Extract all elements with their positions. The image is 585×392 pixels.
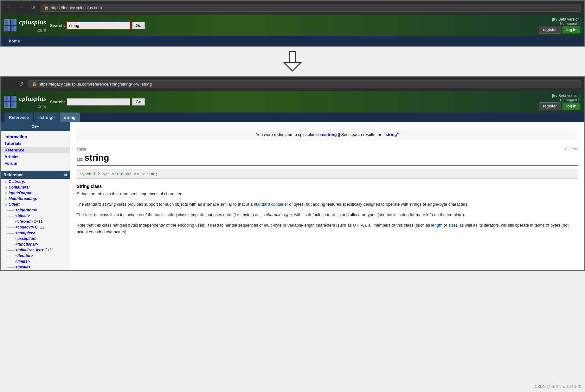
ref-chrono-link[interactable]: <chrono> (15, 219, 33, 224)
lock-icon-2: 🔒 (32, 82, 37, 86)
address-bar-2[interactable]: 🔒 https://legacy.cplusplus.com/reference… (29, 80, 581, 88)
link-standard-container[interactable]: standard container (254, 202, 288, 207)
expand-io[interactable]: ⊕ (5, 191, 7, 195)
ref-exception-link[interactable]: <exception> (15, 236, 37, 241)
main-content: You were redirected to cplusplus.com/str… (70, 122, 584, 270)
sidebar-item-forum[interactable]: Forum (1, 160, 70, 167)
browser-window-1: ← → ↺ 🔒 https://legacy.cplusplus.com cpl… (0, 0, 585, 47)
link-basic-string-1[interactable]: basic_string (155, 212, 177, 217)
logo-2[interactable]: cplusplus .com (4, 94, 46, 109)
logo-cubes-2 (4, 96, 16, 108)
para2: The standard string class provides suppo… (77, 201, 578, 208)
sidebar-header: C++ (1, 122, 70, 131)
sidebar-item-reference[interactable]: Reference (1, 147, 70, 153)
arrow-container (0, 47, 585, 76)
logo-com-1: .com (19, 28, 46, 33)
ref-codecvt-link[interactable]: <codecvt> (15, 225, 34, 229)
expand-other[interactable]: ⊖ (5, 203, 7, 206)
ref-locale-link[interactable]: <locale> (15, 265, 30, 269)
ref-containers-link[interactable]: Containers: (9, 185, 30, 190)
ref-bitset-link[interactable]: <bitset> (15, 214, 30, 218)
sidebar-item-information[interactable]: Information (1, 133, 70, 140)
login-button-1[interactable]: log in (562, 26, 581, 34)
cube-2 (11, 19, 16, 25)
reference-section-title: Reference (3, 172, 23, 177)
reference-icon[interactable]: ⧉ (64, 173, 67, 177)
ref-functional-link[interactable]: <functional> (15, 242, 38, 247)
logo-text-container-1: cplusplus .com (19, 18, 46, 33)
header-right-1: [try Beta version] Not logged in registe… (539, 17, 581, 34)
refresh-button-1[interactable]: ↺ (29, 3, 37, 12)
register-button-2[interactable]: register (539, 102, 561, 110)
header-right-2: [try Beta version] Not logged in registe… (539, 93, 581, 110)
try-beta-1[interactable]: [try Beta version] (539, 17, 581, 22)
register-button-1[interactable]: register (539, 26, 561, 34)
ref-c-library: ⊕ C library: (1, 179, 70, 184)
link-char-traits[interactable]: char_traits (321, 212, 341, 217)
ref-c-library-link[interactable]: C library: (9, 179, 25, 184)
search-input-1[interactable] (67, 22, 130, 29)
go-button-2[interactable]: Go (132, 98, 145, 106)
address-bar-1[interactable]: 🔒 https://legacy.cplusplus.com (41, 4, 581, 12)
ref-locale: —— <locale> (1, 264, 70, 270)
ref-limits: —— <limits> (1, 259, 70, 264)
ref-initializer-list-link[interactable]: <initializer_list> (15, 248, 44, 252)
class-title-block: class std::string (77, 147, 109, 165)
string-class-header: class std::string <string> (77, 147, 578, 165)
forward-button-1[interactable]: → (16, 3, 25, 12)
sidebar-item-tutorials[interactable]: Tutorials (1, 140, 70, 147)
search-area-2: Search: Go (50, 98, 145, 106)
redirect-link[interactable]: cplusplus.com/string (298, 132, 337, 137)
breadcrumb-reference[interactable]: Reference (4, 112, 33, 122)
code-string-2: string (85, 213, 99, 217)
down-arrow (284, 51, 301, 72)
try-beta-2[interactable]: [try Beta version] (539, 93, 581, 98)
code-string-1: string (102, 202, 116, 207)
ref-algorithm: —— <algorithm> (1, 207, 70, 213)
reference-section-header: Reference ⧉ (1, 171, 70, 179)
expand-containers[interactable]: ⊕ (5, 186, 7, 189)
expand-c-library[interactable]: ⊕ (5, 180, 7, 183)
expand-multithreading[interactable]: ⊕ (5, 197, 7, 201)
class-namespace: std:: (77, 157, 85, 162)
link-length[interactable]: length (431, 223, 442, 228)
ref-iterator-link[interactable]: <iterator> (15, 254, 33, 258)
ref-iterator: —— <iterator> (1, 253, 70, 259)
class-name: string (85, 153, 109, 163)
cube-5 (4, 96, 10, 101)
nav-bar-2: Reference <string> string (1, 112, 584, 122)
redirect-notice: You were redirected to cplusplus.com/str… (77, 129, 578, 140)
para3: The string class is an instantiation of … (77, 212, 578, 218)
c11-badge-chrono: C+11 (34, 219, 43, 224)
redirect-search-link[interactable]: "string" (383, 132, 399, 137)
link-basic-string-2[interactable]: basic_string (387, 212, 408, 217)
site-header-2: cplusplus .com Search: Go [try Beta vers… (1, 91, 584, 112)
sidebar-item-articles[interactable]: Articles (1, 153, 70, 160)
login-button-2[interactable]: log in (562, 102, 581, 110)
breadcrumb-string-header[interactable]: <string> (34, 112, 59, 122)
breadcrumb-string[interactable]: string (60, 112, 80, 122)
back-button-2[interactable]: ← (4, 80, 13, 88)
code-char: char (223, 213, 232, 217)
ref-multithreading-link[interactable]: Multi-threading: (9, 196, 37, 201)
ref-multithreading: ⊕ Multi-threading: (1, 196, 70, 202)
ref-limits-link[interactable]: <limits> (15, 259, 29, 264)
content-section: String class Strings are objects that re… (77, 184, 578, 235)
ref-io-link[interactable]: Input/Output: (9, 191, 33, 195)
back-button-1[interactable]: ← (4, 3, 13, 12)
cube-7 (4, 102, 10, 108)
go-button-1[interactable]: Go (132, 22, 145, 29)
url-text-2: https://legacy.cplusplus.com/reference/s… (39, 82, 152, 87)
ref-bitset: —— <bitset> (1, 213, 70, 219)
site-header-1: cplusplus .com Search: Go [try Beta vers… (1, 15, 584, 36)
link-size[interactable]: size (448, 223, 456, 228)
ref-other-link[interactable]: Other: (9, 202, 20, 207)
ref-algorithm-link[interactable]: <algorithm> (15, 208, 37, 212)
logo-1[interactable]: cplusplus .com (4, 18, 46, 33)
refresh-button-2[interactable]: ↺ (16, 80, 25, 88)
auth-buttons-2: register log in (539, 102, 581, 110)
nav-bar-1: home (1, 36, 584, 46)
search-input-2[interactable] (67, 98, 130, 106)
ref-complex-link[interactable]: <complex> (15, 231, 35, 235)
nav-home-1[interactable]: home (4, 36, 24, 46)
